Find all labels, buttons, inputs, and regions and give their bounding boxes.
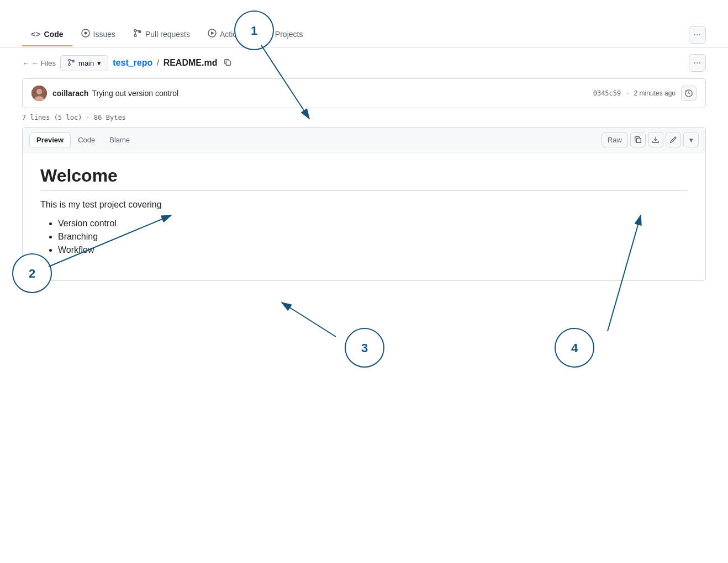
copy-button[interactable] [630,132,646,147]
svg-rect-8 [263,29,267,33]
file-content: Welcome This is my test project covering… [23,152,705,280]
breadcrumb: test_repo / README.md [113,58,217,68]
svg-point-28 [345,328,384,367]
readme-list: Version control Branching Workflow [40,219,688,255]
svg-rect-9 [268,29,271,33]
avatar [31,86,47,101]
tab-preview[interactable]: Preview [29,132,71,147]
svg-point-18 [36,89,42,94]
commit-author[interactable]: coillarach [52,89,88,98]
tab-blame[interactable]: Blame [102,132,137,147]
more-options-button[interactable]: ▾ [683,132,699,147]
svg-rect-10 [263,34,267,37]
issues-icon [81,29,90,39]
list-item: Branching [58,232,688,242]
file-view: Preview Code Blame Raw [22,127,706,281]
pull-requests-icon [133,29,142,39]
breadcrumb-separator: / [157,58,159,67]
svg-rect-16 [226,61,231,65]
file-view-header: Preview Code Blame Raw [23,128,705,152]
tab-code-label: Code [44,30,64,39]
commit-hash[interactable]: 0345c59 [593,89,621,97]
branch-chevron-icon: ▾ [97,59,101,67]
back-arrow-icon: ← [22,59,29,67]
chevron-down-icon: ▾ [689,136,693,144]
repo-link[interactable]: test_repo [113,58,152,67]
tab-actions-label: Actions [220,30,245,39]
copy-path-button[interactable] [221,57,234,69]
projects-icon [263,29,272,39]
edit-button[interactable] [666,132,681,147]
tab-code[interactable]: <> Code [22,23,72,46]
tab-actions[interactable]: Actions [199,22,254,47]
readme-paragraph: This is my test project covering [40,200,688,210]
tab-issues[interactable]: Issues [72,22,124,47]
commit-message: Trying out version control [92,89,178,98]
commit-box: coillarach Trying out version control 03… [22,78,706,108]
back-button[interactable]: ← ← Files [22,59,56,67]
tab-issues-label: Issues [93,30,115,39]
nav-more-button[interactable]: ··· [689,26,706,44]
svg-line-30 [282,302,336,337]
filename: README.md [163,58,218,67]
tab-projects-label: Projects [275,30,303,39]
view-actions: Raw ▾ [602,132,699,147]
code-icon: <> [31,29,41,39]
list-item: Workflow [58,245,688,255]
tab-projects[interactable]: Projects [254,22,312,47]
commit-meta: 0345c59 · 2 minutes ago [593,86,697,101]
back-label: ← Files [31,59,56,67]
svg-point-3 [134,35,136,37]
svg-text:4: 4 [571,341,578,355]
svg-point-12 [68,59,71,61]
history-button[interactable] [681,86,697,101]
actions-icon [208,29,217,39]
tab-pull-requests-label: Pull requests [145,30,190,39]
svg-point-1 [84,32,87,35]
svg-point-31 [555,328,594,367]
svg-point-13 [68,63,71,66]
file-stats: 7 lines (5 loc) · 86 Bytes [0,108,728,127]
svg-text:3: 3 [361,341,368,355]
commit-separator: · [626,89,628,97]
raw-button[interactable]: Raw [602,132,628,147]
svg-marker-7 [211,31,214,35]
tab-code[interactable]: Code [71,132,102,147]
file-stats-text: 7 lines (5 loc) · 86 Bytes [22,114,126,121]
svg-point-2 [134,30,136,32]
download-button[interactable] [648,132,663,147]
branch-selector[interactable]: main ▾ [60,55,108,71]
branch-icon [67,59,75,68]
file-path-more-button[interactable]: ··· [689,54,706,72]
readme-title: Welcome [40,166,688,191]
commit-time: 2 minutes ago [634,89,676,97]
branch-name: main [78,59,94,67]
svg-rect-11 [268,34,271,37]
nav-bar: <> Code Issues Pull requests Actions [0,22,728,47]
svg-rect-21 [636,138,641,142]
file-path-bar: ← ← Files main ▾ test_repo / README.md ·… [0,47,728,78]
list-item: Version control [58,219,688,229]
tab-pull-requests[interactable]: Pull requests [124,22,199,47]
